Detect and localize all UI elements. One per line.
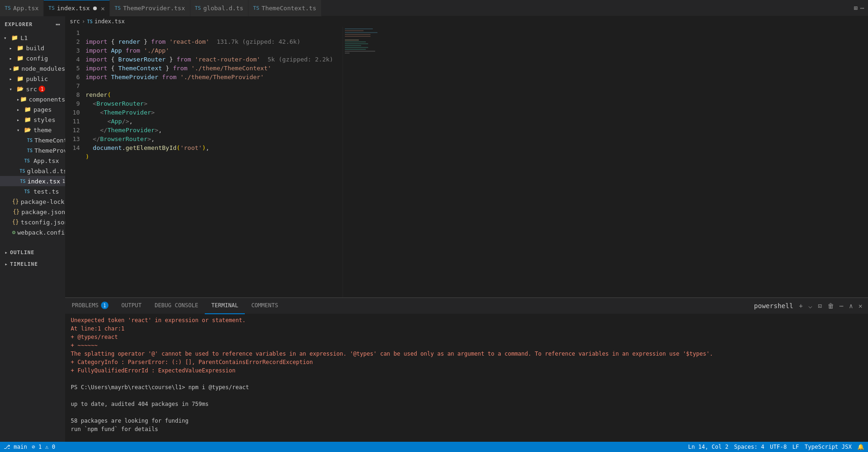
tab-close-button[interactable]: ✕ (101, 5, 105, 12)
ts-icon: TS (253, 5, 259, 11)
sidebar-item-label: tsconfig.json (20, 219, 65, 226)
split-terminal-icon[interactable]: ⌵ (807, 301, 814, 310)
modified-indicator (93, 7, 97, 10)
sidebar-item-webpack-config[interactable]: ▸ ⚙ webpack.config.ts (0, 227, 65, 237)
git-branch[interactable]: ⎇ main (4, 444, 27, 450)
sidebar-item-theme[interactable]: ▾ 📂 theme (0, 125, 65, 135)
folder-icon: 📁 (24, 106, 32, 113)
tab-theme-context-ts[interactable]: TS ThemeContext.ts (249, 0, 322, 16)
panel-tab-problems[interactable]: PROBLEMS 1 (65, 298, 115, 314)
errors-warnings[interactable]: ⊘ 1 ⚠ 0 (32, 444, 55, 450)
terminal-line: + CategoryInfo : ParserError: (:) [], Pa… (71, 358, 862, 366)
code-content[interactable]: import { render } from 'react-dom' 131.7… (86, 27, 343, 297)
arrow-icon: ▾ (9, 87, 17, 92)
ln-col[interactable]: Ln 14, Col 2 (688, 444, 729, 450)
sidebar-item-components[interactable]: ▸ 📁 components (0, 94, 65, 104)
tab-theme-provider-tsx[interactable]: TS ThemeProvider.tsx (110, 0, 190, 16)
sidebar-item-label: components (29, 96, 65, 103)
sidebar-item-label: public (26, 75, 48, 82)
sidebar-item-public[interactable]: ▸ 📁 public (0, 74, 65, 84)
panel-tab-terminal[interactable]: TERMINAL (205, 298, 245, 314)
tab-label: index.tsx (57, 5, 89, 12)
encoding[interactable]: UTF-8 (770, 444, 787, 450)
layout-icon[interactable]: ⊡ (816, 301, 823, 310)
ts-file-icon: TS (27, 138, 33, 143)
sidebar-item-app-ts[interactable]: ▸ TS App.tsx (0, 155, 65, 166)
feedback-icon[interactable]: 🔔 (857, 444, 864, 450)
tab-app-tsx[interactable]: TS App.tsx (0, 0, 44, 16)
split-editor-icon[interactable]: ⊞ (854, 4, 857, 12)
folder-icon: 📁 (17, 45, 24, 51)
layout-buttons: ⊞ ⋯ (850, 4, 868, 12)
panel-content[interactable]: Unexpected token 'react' in expression o… (65, 314, 868, 442)
arrow-icon: ▾ (4, 35, 11, 40)
terminal-line (71, 391, 862, 400)
tab-label: ThemeContext.ts (262, 5, 316, 12)
arrow-icon: ▸ (17, 97, 20, 102)
breadcrumb-file: index.tsx (94, 18, 125, 25)
terminal-label: powershell (752, 301, 795, 310)
sidebar-item-theme-context-tsx[interactable]: ▸ TS ThemeContext.tsx (0, 135, 65, 145)
sidebar-item-styles[interactable]: ▸ 📁 styles (0, 115, 65, 125)
ts-icon: TS (114, 5, 121, 11)
terminal-line (71, 375, 862, 383)
minimap-content (343, 27, 380, 56)
sidebar-item-test-ts[interactable]: ▸ TS test.ts (0, 186, 65, 196)
outline-label: OUTLINE (10, 250, 35, 256)
sidebar-item-theme-provider-tsx[interactable]: ▸ TS ThemeProvider.tsx (0, 145, 65, 155)
sidebar-more-icon[interactable]: ⋯ (55, 20, 61, 29)
terminal-line (71, 433, 862, 442)
modified-number: 1 (62, 178, 65, 184)
terminal-line: PS C:\Users\mayrb\react\course\l1> npm i… (71, 383, 862, 391)
folder-icon: 📁 (20, 96, 27, 102)
sidebar-item-tsconfig[interactable]: ▸ {} tsconfig.json (0, 217, 65, 227)
sidebar-item-config[interactable]: ▸ 📁 config (0, 53, 65, 63)
tab-global-d-ts[interactable]: TS global.d.ts (190, 0, 249, 16)
panel-tab-debug-console[interactable]: DEBUG CONSOLE (148, 298, 205, 314)
settings-file-icon: ⚙ (12, 229, 15, 236)
breadcrumb-src[interactable]: src (70, 18, 80, 25)
tab-label: ThemeProvider.tsx (123, 5, 185, 12)
folder-icon: 📁 (13, 65, 20, 72)
ts-file-icon: TS (20, 179, 26, 184)
folder-icon: 📁 (17, 55, 24, 61)
problems-badge: 1 (101, 302, 108, 309)
panel-tab-comments[interactable]: COMMENTS (245, 298, 285, 314)
maximize-panel-icon[interactable]: ∧ (847, 301, 855, 310)
json-file-icon: {} (12, 198, 19, 205)
timeline-section[interactable]: ▸ TIMELINE (0, 258, 65, 270)
arrow-icon: ▸ (9, 46, 17, 51)
terminal-line: + FullyQualifiedErrorId : ExpectedValueE… (71, 366, 862, 375)
sidebar-item-node-modules[interactable]: ▸ 📁 node_modules (0, 63, 65, 74)
close-panel-icon[interactable]: ✕ (857, 301, 864, 310)
main-area: EXPLORER ⋯ ▾ 📁 L1 ▸ 📁 build ▸ 📁 config ▸… (0, 16, 868, 442)
sidebar-item-src[interactable]: ▾ 📂 src 1 (0, 84, 65, 94)
delete-terminal-icon[interactable]: 🗑 (826, 301, 836, 310)
terminal-line: run `npm fund` for details (71, 425, 862, 433)
sidebar-item-label: App.tsx (34, 157, 59, 164)
terminal-line: + @types/react (71, 333, 862, 341)
sidebar-item-global-d-ts[interactable]: ▸ TS global.d.ts (0, 166, 65, 176)
sidebar-item-index-tsx[interactable]: ▸ TS index.tsx 1 (0, 176, 65, 186)
outline-section[interactable]: ▸ OUTLINE (0, 247, 65, 258)
sidebar-item-l1[interactable]: ▾ 📁 L1 (0, 33, 65, 43)
language[interactable]: TypeScript JSX (805, 444, 852, 450)
sidebar-item-package-json[interactable]: ▸ {} package.json (0, 207, 65, 217)
sidebar-item-pages[interactable]: ▸ 📁 pages (0, 104, 65, 115)
sidebar-item-build[interactable]: ▸ 📁 build (0, 43, 65, 53)
more-actions-icon[interactable]: ⋯ (861, 4, 864, 12)
breadcrumb: src › TS index.tsx (65, 16, 868, 27)
sidebar-item-package-lock[interactable]: ▸ {} package-lock.json (0, 196, 65, 207)
line-ending[interactable]: LF (792, 444, 799, 450)
timeline-label: TIMELINE (10, 261, 38, 267)
sidebar-item-label: test.ts (34, 188, 59, 195)
sidebar-header: EXPLORER ⋯ (0, 16, 65, 33)
tab-index-tsx[interactable]: TS index.tsx ✕ (44, 0, 110, 16)
error-badge: 1 (39, 86, 45, 92)
add-terminal-icon[interactable]: + (797, 301, 804, 310)
timeline-arrow: ▸ (5, 261, 8, 267)
spaces[interactable]: Spaces: 4 (734, 444, 764, 450)
more-actions-icon[interactable]: ⋯ (838, 301, 845, 310)
outline-arrow: ▸ (5, 250, 8, 256)
panel-tab-output[interactable]: OUTPUT (115, 298, 148, 314)
